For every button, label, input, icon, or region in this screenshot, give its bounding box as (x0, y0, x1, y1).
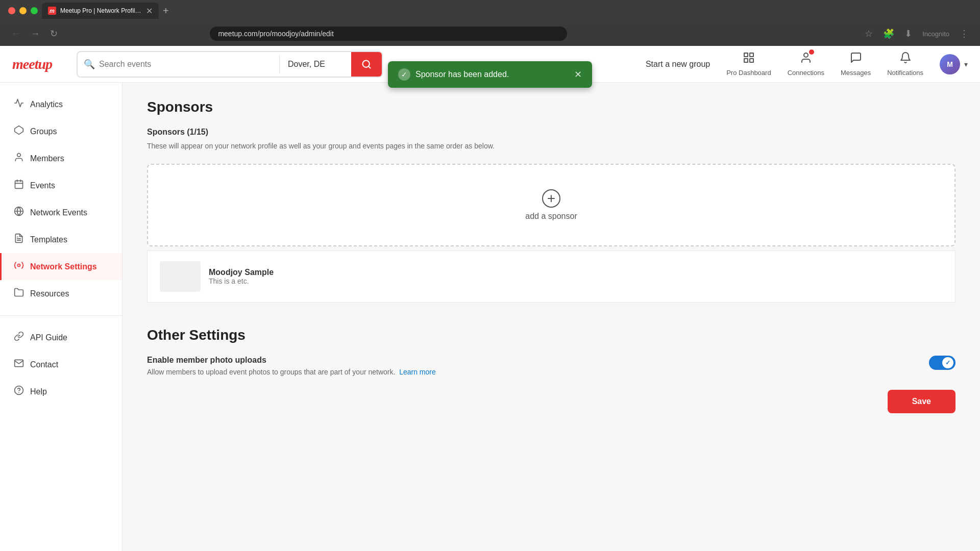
toggle-knob: ✓ (942, 357, 953, 368)
forward-button[interactable]: → (28, 27, 43, 41)
download-button[interactable]: ⬇ (901, 26, 915, 41)
nav-connections[interactable]: Connections (788, 52, 824, 77)
photo-uploads-toggle[interactable]: ✓ (929, 356, 955, 370)
tab-close-btn[interactable]: ✕ (146, 6, 153, 16)
other-settings-section: Other Settings Enable member photo uploa… (147, 327, 955, 378)
toggle-check-icon: ✓ (945, 359, 950, 366)
reload-button[interactable]: ↻ (47, 26, 61, 41)
svg-point-8 (17, 154, 21, 157)
svg-marker-7 (15, 126, 23, 135)
sponsor-list-item: Moodjoy Sample This is a etc. (147, 251, 955, 303)
templates-label: Templates (30, 235, 67, 244)
start-group-button[interactable]: Start a new group (646, 60, 710, 69)
sidebar-separator (0, 315, 122, 316)
connections-badge (809, 49, 814, 55)
search-btn-icon (361, 59, 372, 69)
save-button[interactable]: Save (888, 390, 955, 413)
svg-rect-9 (15, 181, 23, 188)
resources-icon (14, 287, 24, 300)
svg-point-6 (804, 53, 808, 57)
notifications-icon (899, 52, 912, 67)
extensions-button[interactable]: 🧩 (880, 26, 897, 41)
other-settings-title: Other Settings (147, 327, 955, 343)
api-guide-label: API Guide (30, 333, 67, 342)
groups-label: Groups (30, 127, 57, 136)
sidebar-item-members[interactable]: Members (0, 145, 122, 172)
svg-line-1 (369, 66, 371, 68)
contact-label: Contact (30, 360, 58, 369)
avatar-wrapper[interactable]: M ▾ (940, 54, 968, 74)
new-tab-button[interactable]: + (159, 3, 173, 19)
search-button[interactable] (351, 52, 382, 77)
tab-favicon: m (48, 7, 56, 15)
messages-icon (850, 52, 862, 67)
location-input[interactable] (280, 60, 351, 69)
photo-uploads-row: Enable member photo uploads Allow member… (147, 356, 955, 378)
sidebar-item-network-events[interactable]: Network Events (0, 199, 122, 226)
menu-button[interactable]: ⋮ (957, 26, 972, 41)
search-input[interactable] (99, 60, 273, 69)
back-button[interactable]: ← (8, 27, 23, 41)
groups-icon (14, 125, 24, 138)
sponsors-description: These will appear on your network profil… (147, 141, 955, 152)
templates-icon (14, 233, 24, 246)
events-label: Events (30, 181, 55, 190)
learn-more-link[interactable]: Learn more (399, 368, 436, 376)
save-section: Save (147, 390, 955, 413)
sponsors-subtitle: Sponsors (1/15) (147, 128, 955, 137)
header-nav: Pro Dashboard Connections Messages (726, 52, 923, 77)
meetup-logo[interactable]: meetup (12, 56, 52, 72)
contact-icon (14, 358, 24, 371)
help-label: Help (30, 387, 47, 396)
nav-pro-dashboard[interactable]: Pro Dashboard (726, 52, 771, 77)
api-guide-icon (14, 331, 24, 344)
members-label: Members (30, 154, 64, 163)
sponsors-section-title: Sponsors (147, 99, 955, 115)
add-sponsor-box[interactable]: + add a sponsor (147, 164, 955, 246)
svg-rect-5 (744, 59, 748, 62)
tab-title: Meetup Pro | Network Profile S... (60, 7, 142, 14)
user-avatar: M (940, 54, 960, 74)
sponsor-description: This is a etc. (209, 277, 274, 285)
sidebar-item-analytics[interactable]: Analytics (0, 91, 122, 118)
network-events-label: Network Events (30, 208, 87, 217)
sidebar-item-api-guide[interactable]: API Guide (0, 324, 122, 351)
pro-dashboard-label: Pro Dashboard (726, 69, 771, 77)
profile-button[interactable]: Incognito (919, 26, 952, 41)
sidebar-item-help[interactable]: Help (0, 378, 122, 405)
messages-label: Messages (841, 69, 871, 77)
sponsor-info: Moodjoy Sample This is a etc. (209, 268, 274, 285)
network-events-icon (14, 206, 24, 219)
svg-point-17 (18, 264, 20, 267)
window-max-btn[interactable] (31, 7, 38, 14)
events-icon (14, 179, 24, 192)
add-sponsor-plus-icon: + (542, 189, 560, 208)
search-area: 🔍 (77, 51, 383, 78)
sidebar-item-resources[interactable]: Resources (0, 280, 122, 307)
svg-rect-3 (750, 53, 753, 57)
members-icon (14, 152, 24, 165)
analytics-icon (14, 98, 24, 111)
svg-rect-2 (744, 53, 748, 57)
pro-dashboard-icon (743, 52, 755, 67)
bookmark-button[interactable]: ☆ (862, 26, 876, 41)
network-settings-label: Network Settings (30, 262, 97, 271)
sidebar: Analytics Groups Members Events (0, 83, 122, 551)
add-sponsor-label: add a sponsor (525, 212, 577, 221)
sidebar-item-events[interactable]: Events (0, 172, 122, 199)
window-min-btn[interactable] (19, 7, 27, 14)
sidebar-item-groups[interactable]: Groups (0, 118, 122, 145)
main-content: ✓ Sponsor has been added. ✕ Sponsors Spo… (122, 83, 980, 551)
sidebar-item-templates[interactable]: Templates (0, 226, 122, 253)
resources-label: Resources (30, 289, 69, 298)
active-tab[interactable]: m Meetup Pro | Network Profile S... ✕ (42, 3, 159, 19)
address-bar[interactable] (210, 27, 567, 41)
nav-messages[interactable]: Messages (841, 52, 871, 77)
sponsor-logo (160, 261, 201, 292)
nav-notifications[interactable]: Notifications (887, 52, 923, 77)
photo-uploads-label: Enable member photo uploads (147, 356, 917, 365)
window-close-btn[interactable] (8, 7, 15, 14)
logo-text: meetup (12, 56, 52, 72)
sidebar-item-contact[interactable]: Contact (0, 351, 122, 378)
sidebar-item-network-settings[interactable]: Network Settings (0, 253, 122, 280)
